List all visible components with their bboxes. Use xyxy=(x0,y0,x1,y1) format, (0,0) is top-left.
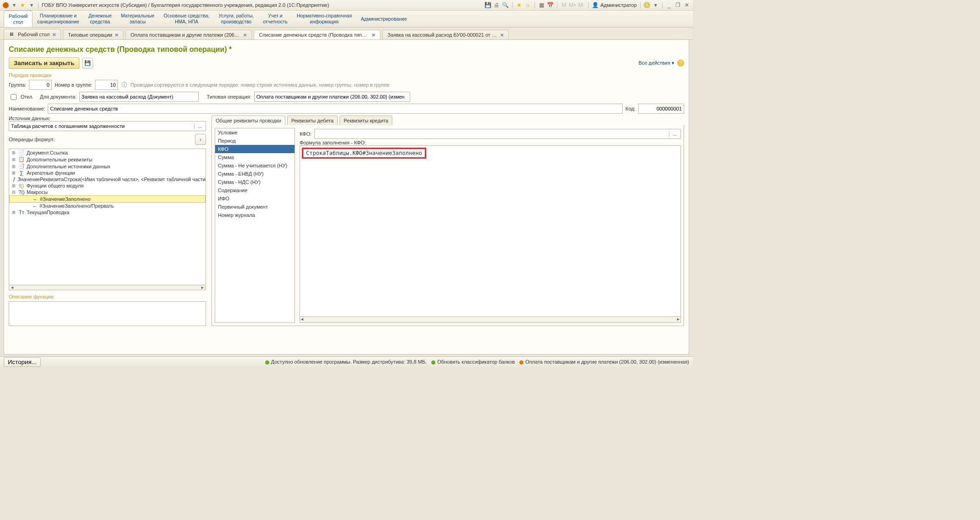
user-label[interactable]: Администратор xyxy=(601,2,637,8)
typical-operation-field[interactable] xyxy=(254,92,410,102)
menu-item[interactable]: Денежныесредства xyxy=(84,11,117,27)
requisite-item[interactable]: ИФО xyxy=(215,194,295,203)
tree-node-icon: ƒ xyxy=(13,177,16,182)
m-minus-icon[interactable]: M- xyxy=(578,2,585,9)
close-tab-icon[interactable]: ✕ xyxy=(372,33,375,38)
requisite-item[interactable]: Сумма - Не учитывается (НУ) xyxy=(215,161,295,170)
datasource-select[interactable]: ... xyxy=(9,121,206,131)
tree-row[interactable]: ⊞📄Документ.Ссылка xyxy=(9,149,206,156)
tree-row[interactable]: ⊞∑Агрегатные функции xyxy=(9,170,206,176)
requisite-item[interactable]: Сумма - ЕНВД (НУ) xyxy=(215,170,295,178)
tree-row[interactable]: ƒЗначениеРеквизитаСтроки(<Имя табличной … xyxy=(9,176,206,183)
minimize-icon[interactable]: _ xyxy=(666,2,673,9)
tree-toggle-icon[interactable]: ⊞ xyxy=(11,183,17,188)
home-icon[interactable]: ⌂ xyxy=(524,2,531,9)
close-tab-icon[interactable]: ✕ xyxy=(500,33,504,38)
tree-toggle-icon[interactable]: ⊟ xyxy=(11,190,17,194)
requisite-item[interactable]: Период xyxy=(215,137,295,145)
detail-tab[interactable]: Реквизиты кредита xyxy=(340,116,392,125)
detail-tab[interactable]: Общие реквизиты проводки xyxy=(212,116,285,125)
menu-item[interactable]: Администрирование xyxy=(356,11,412,27)
menu-item[interactable]: Рабочийстол xyxy=(4,11,33,27)
requisite-item[interactable]: Условие xyxy=(215,128,295,137)
print-icon[interactable]: 🖨 xyxy=(493,2,500,9)
favorite-icon[interactable]: ★ xyxy=(516,2,523,9)
star-icon[interactable]: ★ xyxy=(19,2,26,9)
menu-item[interactable]: Основные средства,НМА, НПА xyxy=(159,11,214,27)
close-tab-icon[interactable]: ✕ xyxy=(243,33,247,38)
menu-item[interactable]: Учет иотчетность xyxy=(258,11,292,27)
requisite-list[interactable]: УсловиеПериодКФОСуммаСумма - Не учитывае… xyxy=(215,128,295,323)
status-msg-op[interactable]: Оплата поставщикам и другие платежи (206… xyxy=(519,359,689,365)
ellipsis-button[interactable]: ... xyxy=(669,131,680,137)
requisite-item[interactable]: Сумма xyxy=(215,153,295,161)
for-document-field[interactable] xyxy=(79,92,199,102)
code-field[interactable] xyxy=(638,104,684,114)
dropdown-icon[interactable]: ▾ xyxy=(28,2,35,9)
operands-tree[interactable]: ⊞📄Документ.Ссылка⊞📋Дополнительные реквиз… xyxy=(9,149,206,285)
requisite-item[interactable]: Сумма - НДС (НУ) xyxy=(215,178,295,186)
save-icon[interactable]: 💾 xyxy=(484,2,491,9)
calendar-icon[interactable]: 📅 xyxy=(547,2,554,9)
off-checkbox[interactable] xyxy=(11,94,17,100)
tree-row[interactable]: ⊞f()Функции общего модуля xyxy=(9,183,206,189)
tree-toggle-icon[interactable]: ⊞ xyxy=(11,150,17,155)
requisite-item[interactable]: Номер журнала xyxy=(215,211,295,219)
document-tab[interactable]: Списание денежных средств (Проводка типо… xyxy=(254,30,380,39)
search-icon[interactable]: 🔍 xyxy=(502,2,509,9)
dropdown-icon[interactable]: ▾ xyxy=(11,2,17,9)
menu-item[interactable]: Материальныезапасы xyxy=(116,11,159,27)
tree-row[interactable]: ⊟?()Макросы xyxy=(9,189,206,195)
calc-icon[interactable]: ▦ xyxy=(538,2,545,9)
tree-node-icon: – xyxy=(32,196,38,202)
menu-item[interactable]: Нормативно-справочнаяинформация xyxy=(292,11,356,27)
document-tab[interactable]: Типовые операции✕ xyxy=(63,30,123,39)
requisite-item[interactable]: Первичный документ xyxy=(215,203,295,211)
insert-operand-button[interactable]: › xyxy=(195,134,206,145)
ellipsis-button[interactable]: ... xyxy=(194,123,206,129)
requisite-item[interactable]: КФО xyxy=(215,145,295,153)
requisite-item[interactable]: Содержание xyxy=(215,186,295,194)
name-field[interactable] xyxy=(48,104,623,114)
formula-hscroll[interactable]: ◄► xyxy=(300,317,681,323)
help-icon[interactable]: ? xyxy=(677,60,684,66)
detail-tab[interactable]: Реквизиты дебета xyxy=(287,116,338,125)
group-field[interactable] xyxy=(29,80,52,90)
tree-toggle-icon[interactable]: ⊞ xyxy=(11,171,17,175)
document-tab[interactable]: Заявка на кассовый расход БУ00-000021 от… xyxy=(382,30,509,39)
lbl-formula: Формула заполнения - КФО: xyxy=(300,140,681,145)
document-tab[interactable]: Оплата поставщикам и другие платежи (206… xyxy=(125,30,252,39)
order-hint: Проводки сортируются в следующем порядке… xyxy=(130,82,390,88)
close-icon[interactable]: ✕ xyxy=(683,2,690,9)
maximize-icon[interactable]: ❐ xyxy=(674,2,681,9)
menu-item[interactable]: Услуги, работы,производство xyxy=(214,11,259,27)
dropdown-icon[interactable]: ▾ xyxy=(652,2,659,9)
fn-description-box[interactable] xyxy=(9,301,206,326)
tree-row[interactable]: –#ЗначениеЗаполнено/Прервать xyxy=(9,203,206,209)
tree-row[interactable]: ⊞📑Дополнительные источники данных xyxy=(9,163,206,170)
close-tab-icon[interactable]: ✕ xyxy=(115,33,118,38)
tree-hscroll[interactable]: ◄► xyxy=(9,285,206,290)
info-icon[interactable]: ⓘ xyxy=(121,82,128,89)
formula-editor[interactable]: СтрокаТаблицы.КФО#ЗначениеЗаполнено xyxy=(300,145,681,317)
num-in-group-field[interactable] xyxy=(95,80,118,90)
save-close-button[interactable]: Записать и закрыть xyxy=(9,57,79,69)
close-tab-icon[interactable]: ✕ xyxy=(52,32,56,37)
save-button[interactable]: 💾 xyxy=(82,58,93,69)
tree-row[interactable]: ⊞TтТекущаяПроводка xyxy=(9,209,206,216)
tree-row[interactable]: ⊞📋Дополнительные реквизиты xyxy=(9,156,206,163)
tree-toggle-icon[interactable]: ⊞ xyxy=(11,164,17,169)
status-msg-update[interactable]: Доступно обновление программы. Размер ди… xyxy=(265,359,427,365)
tree-row[interactable]: –#ЗначениеЗаполнено xyxy=(9,195,206,203)
info-icon[interactable]: i xyxy=(644,2,650,8)
m-plus-icon[interactable]: M+ xyxy=(569,2,576,9)
kfo-select[interactable]: ... xyxy=(314,129,681,139)
document-tab[interactable]: 🖥Рабочий стол✕ xyxy=(4,29,61,39)
m-icon[interactable]: M xyxy=(561,2,568,9)
history-button[interactable]: История... xyxy=(4,357,41,367)
tree-toggle-icon[interactable]: ⊞ xyxy=(11,157,17,162)
status-msg-banks[interactable]: Обновить классификатор банков xyxy=(431,359,515,365)
tree-toggle-icon[interactable]: ⊞ xyxy=(11,210,17,215)
all-actions-link[interactable]: Все действия ▾ xyxy=(639,60,674,66)
menu-item[interactable]: Планирование исанкционирование xyxy=(33,11,84,27)
